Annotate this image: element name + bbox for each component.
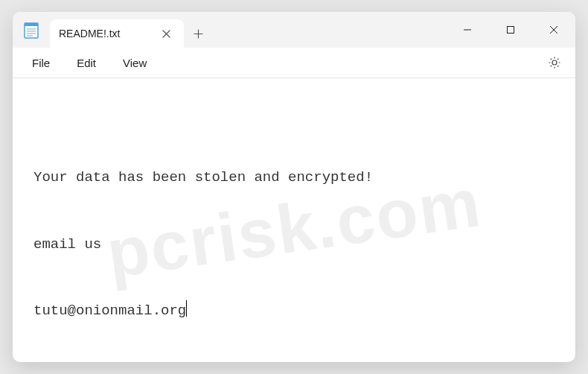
menubar: File Edit View bbox=[13, 48, 575, 78]
app-icon bbox=[13, 12, 50, 48]
editor-line: Your data has been stolen and encrypted! bbox=[33, 169, 373, 186]
menu-file[interactable]: File bbox=[19, 52, 63, 74]
notepad-window: README!.txt File Edit View bbox=[13, 12, 575, 362]
titlebar-drag-area[interactable] bbox=[212, 12, 446, 48]
close-window-button[interactable] bbox=[532, 12, 575, 48]
menu-view[interactable]: View bbox=[109, 52, 160, 74]
minimize-button[interactable] bbox=[446, 12, 489, 48]
text-editor[interactable]: pcrisk.com Your data has been stolen and… bbox=[13, 78, 575, 362]
window-controls bbox=[446, 12, 575, 48]
editor-line: email us bbox=[33, 236, 101, 253]
tab-strip: README!.txt bbox=[50, 12, 212, 48]
new-tab-button[interactable] bbox=[184, 19, 212, 48]
tab-readme[interactable]: README!.txt bbox=[50, 19, 184, 48]
settings-button[interactable] bbox=[540, 48, 569, 77]
tab-label: README!.txt bbox=[59, 28, 157, 39]
gear-icon bbox=[548, 56, 561, 69]
editor-line: tutu@onionmail.org bbox=[33, 302, 186, 319]
notepad-icon bbox=[24, 21, 39, 39]
text-caret bbox=[186, 300, 187, 317]
menu-edit[interactable]: Edit bbox=[63, 52, 109, 74]
maximize-button[interactable] bbox=[489, 12, 532, 48]
svg-rect-1 bbox=[25, 23, 38, 26]
close-tab-icon[interactable] bbox=[157, 25, 175, 42]
svg-rect-7 bbox=[508, 27, 514, 34]
titlebar: README!.txt bbox=[13, 12, 575, 48]
